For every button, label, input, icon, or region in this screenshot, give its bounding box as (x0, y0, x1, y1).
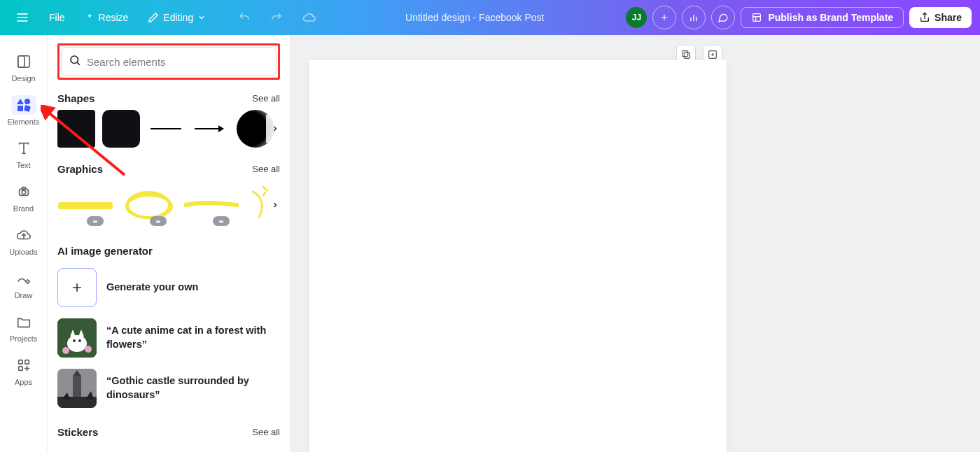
editing-mode-button[interactable]: Editing (141, 8, 213, 27)
elements-panel: Shapes See all Graphics See all (48, 35, 290, 452)
rail-text[interactable]: Text (4, 134, 43, 176)
plus-thumb-icon (57, 268, 97, 307)
chevron-down-icon (197, 13, 206, 22)
svg-rect-46 (682, 51, 688, 57)
graphic-brush-stroke[interactable] (57, 183, 113, 227)
ai-prompt-castle-label: “Gothic castle surrounded by dinosaurs” (106, 374, 280, 402)
graphics-header: Graphics See all (57, 163, 280, 175)
shapes-more-button[interactable] (266, 115, 284, 143)
sparkle-icon (85, 13, 94, 22)
search-input[interactable] (87, 56, 269, 68)
comment-icon (718, 12, 729, 23)
rail-text-label: Text (16, 161, 30, 169)
resize-label: Resize (99, 12, 129, 23)
analytics-button[interactable] (682, 6, 706, 29)
rail-design-label: Design (11, 74, 35, 83)
editing-label: Editing (163, 12, 193, 23)
svg-point-17 (22, 190, 26, 195)
side-rail: Design Elements Text Brand (0, 35, 48, 452)
publish-brand-template-button[interactable]: Publish as Brand Template (741, 7, 904, 28)
ai-prompt-cat-thumb (57, 318, 97, 358)
canvas-area (290, 35, 980, 452)
template-icon (751, 12, 762, 23)
svg-rect-13 (18, 56, 24, 68)
document-title[interactable]: Untitled design - Facebook Post (329, 12, 620, 23)
rail-design[interactable]: Design (4, 48, 43, 90)
search-elements[interactable] (61, 47, 276, 76)
rail-elements[interactable]: Elements (4, 91, 43, 133)
graphics-title: Graphics (57, 163, 103, 175)
ai-prompt-castle[interactable]: “Gothic castle surrounded by dinosaurs” (57, 363, 280, 414)
hamburger-menu[interactable] (8, 6, 36, 29)
cloud-icon (302, 10, 316, 24)
top-bar: File Resize Editing Untitled design - Fa… (0, 0, 980, 35)
chart-icon (688, 12, 699, 23)
graphics-more-button[interactable] (266, 191, 284, 219)
projects-icon (11, 312, 36, 332)
rail-apps[interactable]: Apps (4, 351, 43, 393)
graphic-scribble-circle[interactable] (120, 183, 176, 227)
search-icon (69, 54, 81, 69)
svg-rect-18 (22, 188, 26, 190)
rail-draw[interactable]: Draw (4, 264, 43, 306)
pencil-icon (148, 12, 159, 23)
ai-title: AI image generator (57, 245, 153, 257)
resize-button[interactable]: Resize (78, 8, 136, 27)
undo-button[interactable] (231, 7, 258, 28)
rail-apps-label: Apps (15, 378, 32, 386)
ai-generate-own[interactable]: Generate your own (57, 262, 280, 313)
share-icon (919, 12, 930, 23)
premium-badge-icon (213, 216, 230, 226)
rail-elements-label: Elements (8, 118, 40, 126)
add-member-button[interactable] (652, 6, 676, 29)
svg-rect-8 (753, 14, 761, 22)
svg-point-40 (85, 346, 92, 353)
design-canvas[interactable] (309, 60, 727, 452)
ai-generate-label: Generate your own (106, 281, 198, 295)
rail-projects-label: Projects (10, 334, 38, 343)
cloud-sync-button[interactable] (295, 6, 323, 29)
design-icon (11, 52, 36, 71)
svg-rect-45 (684, 52, 690, 58)
shape-square[interactable] (57, 110, 95, 148)
svg-point-36 (78, 339, 81, 342)
svg-point-39 (62, 347, 69, 354)
rail-uploads[interactable]: Uploads (4, 221, 43, 263)
ai-prompt-cat-label: “A cute anime cat in a forest with flowe… (106, 324, 280, 351)
rail-projects[interactable]: Projects (4, 308, 43, 350)
shape-rounded-square[interactable] (102, 110, 140, 148)
ai-prompt-cat[interactable]: “A cute anime cat in a forest with flowe… (57, 313, 280, 363)
shape-arrow[interactable] (192, 110, 230, 148)
shapes-row (57, 110, 280, 148)
elements-icon (11, 95, 36, 115)
graphics-row (57, 181, 280, 229)
file-menu[interactable]: File (42, 8, 72, 27)
main-area: Design Elements Text Brand (0, 35, 980, 452)
redo-button[interactable] (263, 7, 290, 28)
rail-draw-label: Draw (15, 291, 33, 299)
user-avatar[interactable]: JJ (626, 7, 647, 28)
ai-prompt-castle-thumb (57, 369, 97, 408)
svg-point-25 (71, 56, 78, 64)
search-highlight-annotation (57, 43, 280, 80)
stickers-see-all[interactable]: See all (252, 427, 280, 437)
shape-line[interactable] (147, 110, 185, 148)
shapes-title: Shapes (57, 92, 94, 104)
graphics-see-all[interactable]: See all (252, 164, 280, 174)
shapes-header: Shapes See all (57, 92, 280, 104)
svg-rect-21 (24, 360, 29, 365)
publish-label: Publish as Brand Template (768, 12, 893, 23)
share-button[interactable]: Share (909, 7, 972, 28)
file-label: File (49, 12, 65, 23)
svg-rect-20 (18, 360, 22, 365)
rail-brand[interactable]: Brand (4, 178, 43, 220)
svg-line-26 (77, 62, 79, 64)
svg-point-30 (127, 195, 172, 218)
text-icon (11, 139, 36, 158)
graphic-underline[interactable] (183, 183, 239, 227)
undo-icon (238, 11, 251, 24)
comments-button[interactable] (711, 6, 735, 29)
redo-icon (270, 11, 283, 24)
menu-icon (15, 10, 29, 24)
shapes-see-all[interactable]: See all (252, 93, 280, 104)
